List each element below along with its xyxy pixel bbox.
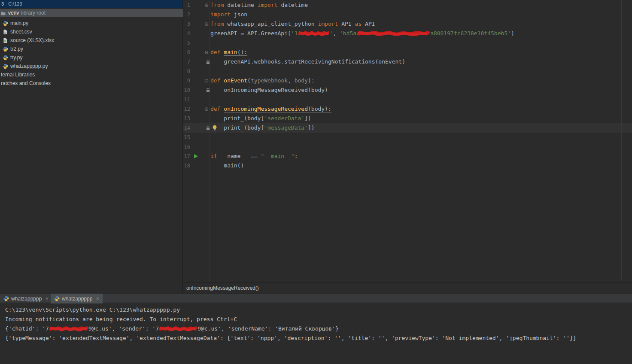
text-segment: (): xyxy=(237,49,247,56)
text-segment: if xyxy=(210,153,220,159)
line-number: 1 xyxy=(182,0,190,10)
breadcrumb[interactable]: onIncomingMessageReceived() xyxy=(182,282,632,293)
console-line-4: {'typeMessage': 'extendedTextMessage', '… xyxy=(0,334,632,343)
text-segment: .webhooks.startReceivingNotifications(on… xyxy=(251,58,405,65)
line-number: 10 xyxy=(182,85,190,95)
line-number: 11 xyxy=(182,95,190,104)
line-number: 5 xyxy=(182,38,190,48)
line-number: 13 xyxy=(182,114,190,123)
right-margin-guide xyxy=(621,0,622,279)
code-line-9[interactable]: def onEvent(typeWebhook, body): xyxy=(210,76,315,85)
text-segment: ): xyxy=(308,77,315,84)
tree-item-source-xlsx-xlsx[interactable]: source (XLSX).xlsx xyxy=(0,36,182,45)
project-name: 3 xyxy=(1,0,4,8)
lock-icon[interactable] xyxy=(206,85,210,95)
tree-item-whatzappppp-py[interactable]: whatzappppp.py xyxy=(0,62,182,70)
code-line-10[interactable]: onIncomingMessageReceived(body) xyxy=(210,85,328,95)
code-line-2[interactable]: import json xyxy=(210,10,247,19)
text-segment: (body[ xyxy=(244,115,264,121)
line-number: 12 xyxy=(182,104,190,114)
fold-icon[interactable]: ⊖ xyxy=(204,48,209,57)
line-number: 4 xyxy=(182,29,190,38)
text-segment: typeWebhook xyxy=(251,77,288,84)
code-editor[interactable]: 123456789101112131415161718⊖⊖⊖⊖⊖ from da… xyxy=(182,0,632,282)
code-line-18[interactable]: main() xyxy=(210,161,244,170)
tree-item-label: try.py xyxy=(10,55,22,61)
tree-item-label: ratches and Consoles xyxy=(1,80,51,86)
run-console[interactable]: C:\123\venv\Scripts\python.exe C:\123\wh… xyxy=(0,303,632,364)
text-segment: 'senderData' xyxy=(264,115,304,121)
text-segment: as xyxy=(355,21,365,27)
text-segment: 'messageData' xyxy=(264,124,308,131)
text-segment: datetime xyxy=(227,2,257,8)
run-tab-whatzappppp-1[interactable]: whatzappppp × xyxy=(0,294,52,303)
tree-item-sheet-csv[interactable]: sheet.csv xyxy=(0,27,182,36)
redaction-scribble xyxy=(357,30,430,36)
run-arrow-icon[interactable] xyxy=(194,152,198,161)
tree-item-try-py[interactable]: try.py xyxy=(0,53,182,62)
code-line-17[interactable]: if __name__ == "__main__": xyxy=(210,152,298,161)
text-segment: main() xyxy=(210,162,244,169)
tree-item-venv[interactable]: venv library root xyxy=(0,9,183,17)
code-line-3[interactable]: from whatsapp_api_client_python import A… xyxy=(210,19,375,29)
tree-item-ternal-libraries[interactable]: ternal Libraries xyxy=(0,70,182,79)
text-segment: "__main__" xyxy=(261,153,294,159)
project-panel: 3 C:\123 venv library root main.pysheet.… xyxy=(0,0,183,293)
text-segment: , xyxy=(333,30,340,36)
text-segment: from xyxy=(210,21,227,27)
fold-icon[interactable]: ⊖ xyxy=(204,76,209,85)
tree-item-ratches-and-consoles[interactable]: ratches and Consoles xyxy=(0,79,182,88)
run-tab-label: whatzappppp xyxy=(11,296,42,302)
fold-icon[interactable]: ⊖ xyxy=(204,104,209,114)
text-segment: greenAPI = API.GreenApi( xyxy=(210,30,291,36)
close-icon[interactable]: × xyxy=(96,296,99,301)
project-path: C:\123 xyxy=(8,0,22,8)
lock-icon[interactable] xyxy=(206,123,210,133)
tree-item-label: sheet.csv xyxy=(10,29,32,35)
run-tab-label: whatzappppp xyxy=(62,296,92,302)
text-segment: '1 xyxy=(291,30,298,36)
code-line-13[interactable]: print (body['senderData']) xyxy=(210,114,311,123)
fold-icon[interactable]: ⊖ xyxy=(204,19,209,29)
project-panel-title[interactable]: 3 C:\123 xyxy=(0,0,182,8)
text-segment: from xyxy=(210,2,227,8)
text-segment: whatsapp_api_client_python xyxy=(227,21,318,27)
close-icon[interactable]: × xyxy=(45,296,49,301)
text-segment: body xyxy=(295,77,308,84)
intention-bulb-icon[interactable] xyxy=(212,123,217,133)
text-segment: (body): xyxy=(308,106,331,112)
code-line-7[interactable]: greenAPI.webhooks.startReceivingNotifica… xyxy=(210,57,405,67)
python-file-icon xyxy=(3,21,8,26)
tree-item-tr2-py[interactable]: tr2.py xyxy=(0,45,182,53)
fold-icon[interactable]: ⊖ xyxy=(204,0,209,10)
line-number: 8 xyxy=(182,67,190,76)
text-segment xyxy=(210,58,224,65)
line-number: 14 xyxy=(182,123,190,133)
text-segment: onEvent xyxy=(224,77,247,84)
tree-item-label: ternal Libraries xyxy=(1,72,35,78)
tree-item-label: main.py xyxy=(10,20,28,26)
code-line-6[interactable]: def main(): xyxy=(210,48,247,57)
text-segment: 'bd5a xyxy=(340,30,356,36)
text-segment: {'typeMessage': 'extendedTextMessage', '… xyxy=(5,335,577,341)
code-line-4[interactable]: greenAPI = API.GreenApi('1', 'bd5aa80019… xyxy=(210,29,514,38)
code-line-14[interactable]: print (body['messageData']) xyxy=(210,123,315,133)
text-segment: import xyxy=(318,21,341,27)
console-line-1: C:\123\venv\Scripts\python.exe C:\123\wh… xyxy=(0,305,632,315)
line-number: 15 xyxy=(182,133,190,142)
text-segment: print xyxy=(210,115,240,121)
python-icon xyxy=(54,296,60,301)
text-segment: ( xyxy=(247,77,251,84)
text-segment: greenAPI xyxy=(224,58,251,65)
tree-item-main-py[interactable]: main.py xyxy=(0,19,182,27)
text-segment: ) xyxy=(511,30,514,36)
code-line-1[interactable]: from datetime import datetime xyxy=(210,0,308,10)
run-tab-whatzappppp-2[interactable]: whatzappppp × xyxy=(51,294,103,303)
code-line-12[interactable]: def onIncomingMessageReceived(body): xyxy=(210,104,331,114)
lock-icon[interactable] xyxy=(206,57,210,67)
text-segment: main xyxy=(224,49,237,56)
tree-item-label: whatzappppp.py xyxy=(10,63,48,69)
text-segment: json xyxy=(234,11,247,18)
line-number: 16 xyxy=(182,142,190,152)
text-segment: C:\123\venv\Scripts\python.exe C:\123\wh… xyxy=(5,306,180,313)
